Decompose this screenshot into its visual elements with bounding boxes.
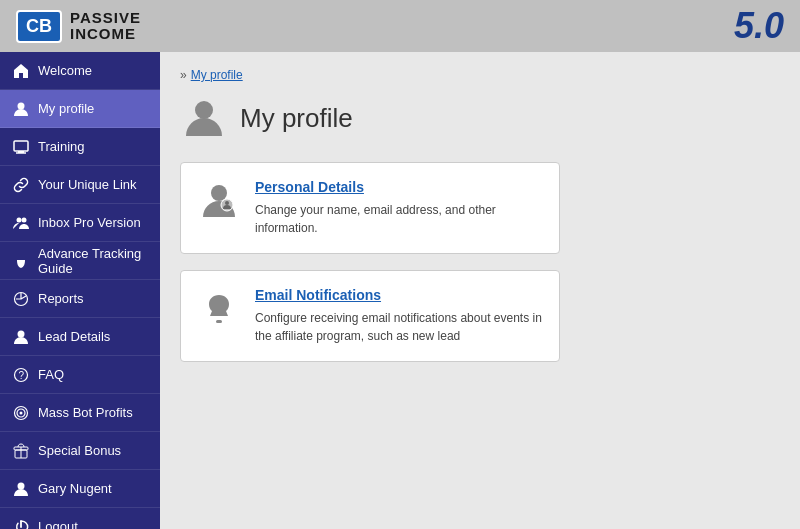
link-icon: [12, 176, 30, 194]
sidebar-label-my-profile: My profile: [38, 101, 148, 116]
sidebar-item-special-bonus[interactable]: Special Bonus: [0, 432, 160, 470]
sidebar-label-reports: Reports: [38, 291, 148, 306]
card-desc-email-notifications: Configure receiving email notifications …: [255, 309, 543, 345]
breadcrumb-sep: »: [180, 68, 187, 82]
personal-details-icon: [197, 179, 241, 223]
svg-text:?: ?: [19, 370, 25, 381]
svg-point-5: [22, 217, 27, 222]
card-title-personal-details[interactable]: Personal Details: [255, 179, 543, 195]
gift-icon: [12, 442, 30, 460]
target-icon: [12, 404, 30, 422]
sidebar-label-advance-tracking: Advance Tracking Guide: [38, 246, 148, 276]
sidebar-label-faq: FAQ: [38, 367, 148, 382]
cards-container: Personal DetailsChange your name, email …: [180, 162, 780, 362]
svg-point-15: [18, 482, 25, 489]
sidebar-item-welcome[interactable]: Welcome: [0, 52, 160, 90]
page-title: My profile: [240, 103, 353, 134]
logo-text: PASSIVE INCOME: [70, 10, 141, 43]
monitor-icon: [12, 138, 30, 156]
sidebar-label-welcome: Welcome: [38, 63, 148, 78]
sidebar-label-your-unique-link: Your Unique Link: [38, 177, 148, 192]
card-personal-details: Personal DetailsChange your name, email …: [180, 162, 560, 254]
sidebar-item-lead-details[interactable]: Lead Details: [0, 318, 160, 356]
card-content-email-notifications: Email NotificationsConfigure receiving e…: [255, 287, 543, 345]
profile-title-icon: [180, 94, 228, 142]
people-icon: [12, 214, 30, 232]
sidebar-item-advance-tracking[interactable]: Advance Tracking Guide: [0, 242, 160, 280]
sidebar-item-logout[interactable]: Logout: [0, 508, 160, 529]
sidebar-item-mass-bot[interactable]: Mass Bot Profits: [0, 394, 160, 432]
logo-income: INCOME: [70, 26, 141, 43]
svg-point-19: [225, 201, 229, 205]
svg-point-17: [211, 185, 227, 201]
home-icon: [12, 62, 30, 80]
card-desc-personal-details: Change your name, email address, and oth…: [255, 201, 543, 237]
sidebar-item-your-unique-link[interactable]: Your Unique Link: [0, 166, 160, 204]
power-icon: [12, 518, 30, 530]
person-icon: [12, 328, 30, 346]
svg-point-16: [195, 101, 213, 119]
logo-area: CB PASSIVE INCOME: [16, 10, 141, 43]
card-email-notifications: Email NotificationsConfigure receiving e…: [180, 270, 560, 362]
hand-icon: [12, 252, 30, 270]
sidebar-item-my-profile[interactable]: My profile: [0, 90, 160, 128]
header: CB PASSIVE INCOME 5.0: [0, 0, 800, 52]
breadcrumb-link[interactable]: My profile: [191, 68, 243, 82]
person-icon: [12, 100, 30, 118]
sidebar-item-reports[interactable]: Reports: [0, 280, 160, 318]
page-title-area: My profile: [180, 94, 780, 142]
chart-icon: [12, 290, 30, 308]
logo-passive: PASSIVE: [70, 10, 141, 27]
breadcrumb: » My profile: [180, 68, 780, 82]
sidebar-label-lead-details: Lead Details: [38, 329, 148, 344]
sidebar-item-faq[interactable]: ?FAQ: [0, 356, 160, 394]
card-content-personal-details: Personal DetailsChange your name, email …: [255, 179, 543, 237]
main-layout: WelcomeMy profileTrainingYour Unique Lin…: [0, 52, 800, 529]
sidebar-item-inbox-pro[interactable]: Inbox Pro Version: [0, 204, 160, 242]
sidebar-label-gary-nugent: Gary Nugent: [38, 481, 148, 496]
question-icon: ?: [12, 366, 30, 384]
sidebar-label-special-bonus: Special Bonus: [38, 443, 148, 458]
svg-point-7: [18, 330, 25, 337]
sidebar-label-training: Training: [38, 139, 148, 154]
person-icon: [12, 480, 30, 498]
svg-point-12: [20, 411, 23, 414]
svg-rect-20: [216, 320, 222, 323]
sidebar-label-logout: Logout: [38, 519, 148, 529]
logo-cb: CB: [16, 10, 62, 43]
card-title-email-notifications[interactable]: Email Notifications: [255, 287, 543, 303]
svg-rect-1: [14, 141, 28, 151]
sidebar-label-mass-bot: Mass Bot Profits: [38, 405, 148, 420]
svg-point-0: [18, 102, 25, 109]
sidebar-item-gary-nugent[interactable]: Gary Nugent: [0, 470, 160, 508]
version-number: 5.0: [734, 5, 784, 47]
content-area: » My profile My profile Personal Details…: [160, 52, 800, 529]
email-notifications-icon: [197, 287, 241, 331]
sidebar-item-training[interactable]: Training: [0, 128, 160, 166]
sidebar-label-inbox-pro: Inbox Pro Version: [38, 215, 148, 230]
sidebar: WelcomeMy profileTrainingYour Unique Lin…: [0, 52, 160, 529]
svg-point-4: [17, 217, 22, 222]
